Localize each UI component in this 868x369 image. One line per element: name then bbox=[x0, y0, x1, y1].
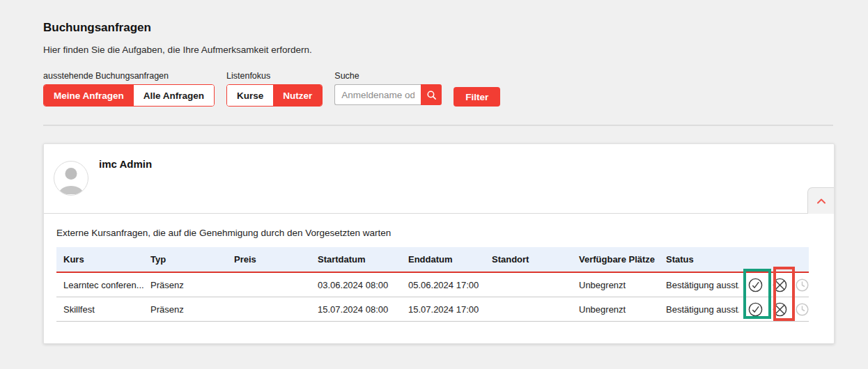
course-requests-table: Kurs Typ Preis Startdatum Enddatum Stand… bbox=[56, 247, 809, 322]
col-standort: Standort bbox=[485, 247, 572, 272]
filter-button[interactable]: Filter bbox=[454, 87, 500, 107]
table-wrap: Kurs Typ Preis Startdatum Enddatum Stand… bbox=[56, 247, 809, 322]
approve-button[interactable] bbox=[747, 276, 764, 294]
search-button[interactable] bbox=[421, 84, 442, 105]
page-subtitle: Hier finden Sie die Aufgaben, die Ihre A… bbox=[43, 45, 835, 55]
col-enddatum: Enddatum bbox=[401, 247, 485, 272]
cell-startdatum: 03.06.2024 08:00 bbox=[311, 272, 401, 297]
waiting-list-button[interactable] bbox=[795, 300, 809, 318]
list-focus-toggle: Kurse Nutzer bbox=[226, 84, 323, 107]
cell-plaetze: Unbegrenzt bbox=[572, 272, 659, 297]
cell-actions bbox=[739, 297, 809, 322]
approve-icon bbox=[747, 301, 764, 317]
table-row: Skillfest Präsenz 15.07.2024 08:00 15.07… bbox=[56, 297, 809, 322]
search-icon bbox=[426, 89, 437, 101]
all-requests-button[interactable]: Alle Anfragen bbox=[134, 85, 214, 106]
pending-requests-group: ausstehende Buchungsanfragen Meine Anfra… bbox=[43, 71, 215, 107]
cell-preis bbox=[227, 272, 311, 297]
reject-icon bbox=[772, 277, 788, 293]
search-box bbox=[334, 84, 442, 105]
col-preis: Preis bbox=[227, 247, 311, 272]
cell-standort bbox=[485, 272, 572, 297]
approve-icon bbox=[747, 277, 764, 293]
collapse-button[interactable] bbox=[807, 187, 834, 214]
cell-kurs: Learntec conferen... bbox=[56, 272, 144, 297]
col-startdatum: Startdatum bbox=[311, 247, 401, 272]
col-status: Status bbox=[659, 247, 739, 272]
waiting-list-button[interactable] bbox=[795, 276, 809, 294]
filter-bar: ausstehende Buchungsanfragen Meine Anfra… bbox=[43, 71, 835, 107]
person-icon bbox=[54, 162, 88, 195]
request-scope-toggle: Meine Anfragen Alle Anfragen bbox=[43, 84, 215, 107]
cell-standort bbox=[485, 297, 572, 322]
col-actions bbox=[739, 247, 809, 272]
section-title: Externe Kursanfragen, die auf die Genehm… bbox=[56, 214, 834, 247]
user-task-card: imc Admin Externe Kursanfragen, die auf … bbox=[43, 143, 835, 344]
approve-button[interactable] bbox=[747, 300, 764, 318]
page-title: Buchungsanfragen bbox=[43, 21, 835, 35]
table-row: Learntec conferen... Präsenz 03.06.2024 … bbox=[56, 272, 809, 297]
cell-preis bbox=[227, 297, 311, 322]
pending-requests-label: ausstehende Buchungsanfragen bbox=[43, 71, 215, 81]
cell-plaetze: Unbegrenzt bbox=[572, 297, 659, 322]
card-header: imc Admin bbox=[44, 144, 834, 214]
cell-typ: Präsenz bbox=[144, 272, 227, 297]
my-requests-button[interactable]: Meine Anfragen bbox=[44, 85, 134, 106]
users-button[interactable]: Nutzer bbox=[273, 85, 322, 106]
col-plaetze: Verfügbare Plätze bbox=[572, 247, 659, 272]
reject-icon bbox=[772, 301, 788, 317]
search-label: Suche bbox=[334, 71, 442, 81]
col-typ: Typ bbox=[144, 247, 227, 272]
cell-enddatum: 05.06.2024 17:00 bbox=[401, 272, 485, 297]
avatar bbox=[54, 161, 88, 196]
search-input[interactable] bbox=[334, 84, 421, 105]
courses-button[interactable]: Kurse bbox=[227, 85, 273, 106]
user-name: imc Admin bbox=[99, 158, 152, 170]
card-body: Externe Kursanfragen, die auf die Genehm… bbox=[44, 214, 834, 322]
cell-status: Bestätigung ausst... bbox=[659, 272, 739, 297]
clock-icon bbox=[795, 278, 809, 292]
cell-startdatum: 15.07.2024 08:00 bbox=[311, 297, 401, 322]
list-focus-label: Listenfokus bbox=[226, 71, 323, 81]
list-focus-group: Listenfokus Kurse Nutzer bbox=[226, 71, 323, 107]
section-divider bbox=[43, 125, 833, 126]
reject-button[interactable] bbox=[772, 276, 788, 294]
cell-status: Bestätigung ausst... bbox=[659, 297, 739, 322]
booking-requests-page: Buchungsanfragen Hier finden Sie die Auf… bbox=[0, 21, 868, 369]
table-header-row: Kurs Typ Preis Startdatum Enddatum Stand… bbox=[56, 247, 809, 272]
reject-button[interactable] bbox=[772, 300, 788, 318]
cell-kurs: Skillfest bbox=[56, 297, 144, 322]
search-group: Suche bbox=[334, 71, 442, 105]
cell-actions bbox=[739, 272, 809, 297]
chevron-up-icon bbox=[814, 194, 828, 208]
col-kurs: Kurs bbox=[56, 247, 144, 272]
cell-typ: Präsenz bbox=[144, 297, 227, 322]
cell-enddatum: 15.07.2024 17:00 bbox=[401, 297, 485, 322]
clock-icon bbox=[795, 302, 809, 317]
